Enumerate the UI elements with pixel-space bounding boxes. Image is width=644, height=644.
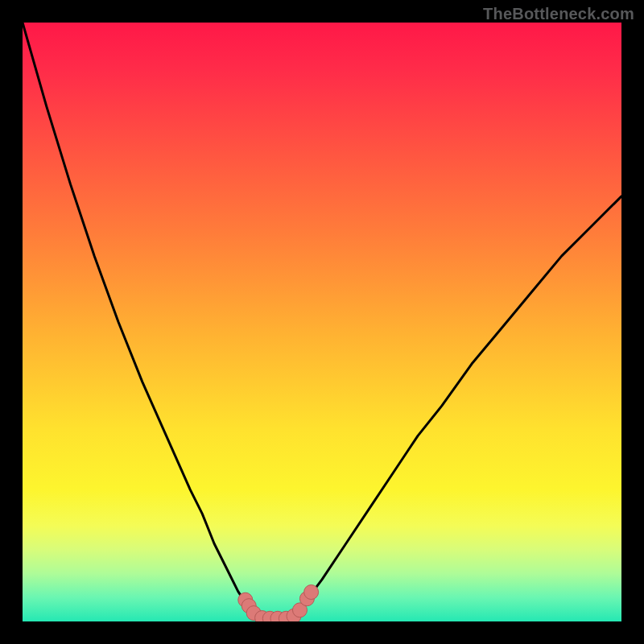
plot-area — [23, 23, 621, 621]
bottleneck-curve — [23, 23, 621, 621]
data-marker — [304, 585, 319, 600]
chart-svg — [23, 23, 621, 621]
watermark-text: TheBottleneck.com — [483, 5, 634, 23]
chart-frame: TheBottleneck.com — [0, 0, 644, 644]
